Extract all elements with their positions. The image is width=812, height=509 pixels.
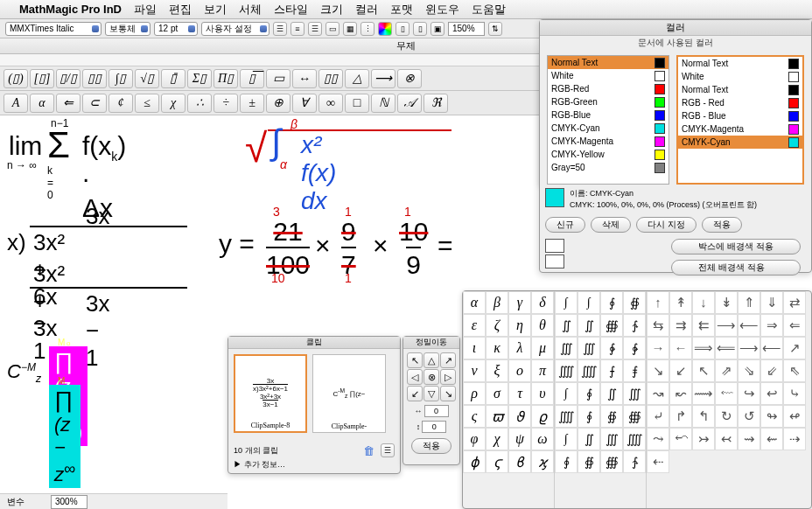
symbol-cell[interactable]: ↡ <box>715 291 738 314</box>
align-center-icon[interactable]: ≡ <box>290 22 304 36</box>
color-row[interactable]: CMYK-Magenta <box>678 122 802 136</box>
symbol-cell[interactable]: ⇆ <box>647 314 669 337</box>
fine-apply-button[interactable]: 적용 <box>411 438 452 454</box>
color-list-left[interactable]: Normal TextWhiteRGB-RedRGB-GreenRGB-Blue… <box>547 55 669 185</box>
menu-font[interactable]: 서체 <box>239 2 262 17</box>
clip-thumb-2[interactable]: C-Mz ∏(z− ClipSample- <box>312 354 386 433</box>
symbol-cell[interactable]: ↺ <box>738 405 760 428</box>
symbol-cell[interactable]: κ <box>486 337 508 359</box>
tpl-btn-13[interactable]: □ <box>345 94 369 113</box>
tpl-btn-8[interactable]: Π▯ <box>214 69 238 88</box>
tpl-btn-10[interactable]: ⊕ <box>266 94 290 113</box>
tpl-btn-3[interactable]: ▯▯ <box>82 69 107 88</box>
tpl-btn-12[interactable]: ∞ <box>318 94 343 113</box>
tpl-btn-14[interactable]: ℕ <box>371 94 396 113</box>
symbol-cell[interactable]: ⟿ <box>692 382 715 405</box>
symbol-cell[interactable]: ∫ <box>555 291 578 314</box>
symbol-cell[interactable]: ∮ <box>578 382 600 405</box>
symbol-cell[interactable]: ο <box>508 359 531 382</box>
symbol-cell[interactable]: ∯ <box>600 405 623 428</box>
size-select[interactable]: 12 pt <box>154 22 198 36</box>
color-row[interactable]: RGB - Blue <box>678 109 802 122</box>
zoom-field[interactable]: 150% <box>448 22 485 36</box>
tpl-btn-6[interactable]: χ <box>161 94 186 113</box>
nudge-x-field[interactable]: 0 <box>424 405 449 417</box>
symbol-cell[interactable]: ν <box>463 359 486 382</box>
color-row[interactable]: Normal Text <box>678 83 802 96</box>
symbol-cell[interactable]: ↪ <box>738 382 760 405</box>
apply-all-bg-button[interactable]: 전체 배경색 적용 <box>671 260 801 275</box>
symbol-cell[interactable]: τ <box>508 382 531 405</box>
symbol-cell[interactable]: ↓ <box>692 291 715 314</box>
color-row[interactable]: CMYK-Magenta <box>548 135 668 148</box>
symbol-cell[interactable]: ⇑ <box>738 291 760 314</box>
symbol-cell[interactable]: ⇒ <box>760 314 783 337</box>
symbol-cell[interactable]: θ <box>531 314 554 337</box>
symbol-cell[interactable]: ⇉ <box>669 314 692 337</box>
symbol-cell[interactable]: ⟵ <box>760 337 783 359</box>
symbol-cell[interactable]: ∫ <box>555 428 578 450</box>
symbol-cell[interactable]: ↱ <box>669 405 692 428</box>
symbol-cell[interactable]: φ <box>463 428 486 450</box>
tpl-btn-15[interactable]: 𝒜 <box>397 94 422 113</box>
symbol-cell[interactable]: ⨍ <box>600 359 623 382</box>
symbol-cell[interactable]: ∭ <box>600 428 623 450</box>
tpl-btn-14[interactable]: ⟶ <box>371 69 396 88</box>
symbol-cell[interactable]: ϱ <box>531 405 554 428</box>
symbol-cell[interactable]: ⨎ <box>623 359 646 382</box>
symbol-cell[interactable]: ∱ <box>623 314 646 337</box>
tpl-btn-1[interactable]: α <box>30 94 54 113</box>
tpl-btn-8[interactable]: ÷ <box>214 94 238 113</box>
tpl-btn-4[interactable]: ¢ <box>108 94 133 113</box>
symbol-cell[interactable]: ∭ <box>623 382 646 405</box>
symbol-cell[interactable]: ⇢ <box>783 428 806 450</box>
color-row[interactable]: White <box>678 70 802 83</box>
symbol-cell[interactable]: ⇗ <box>715 359 738 382</box>
symbol-cell[interactable]: ↣ <box>692 428 715 450</box>
nudge-ne-icon[interactable]: ↗ <box>440 352 456 368</box>
tpl-btn-12[interactable]: ▯▯ <box>318 69 343 88</box>
reassign-button[interactable]: 다시 지정 <box>636 217 696 233</box>
sep3-icon[interactable]: ▣ <box>430 22 444 36</box>
tpl-btn-4[interactable]: ∫▯ <box>108 69 133 88</box>
symbol-cell[interactable]: ∯ <box>623 291 646 314</box>
tpl-btn-2[interactable]: ⇐ <box>56 94 80 113</box>
symbol-cell[interactable]: ⇠ <box>647 450 669 473</box>
tpl-btn-16[interactable]: ℜ <box>424 94 448 113</box>
nudge-sw-icon[interactable]: ↙ <box>407 386 423 401</box>
menu-view[interactable]: 보기 <box>204 2 227 17</box>
symbol-cell[interactable]: ⇐ <box>783 314 806 337</box>
menu-color[interactable]: 컬러 <box>355 2 378 17</box>
symbol-cell[interactable]: ∱ <box>623 450 646 473</box>
color-row[interactable]: CMYK-Cyan <box>548 122 668 135</box>
symbol-cell[interactable]: ϛ <box>486 450 508 473</box>
symbol-cell[interactable]: ⇘ <box>738 359 760 382</box>
fgbg-swatches[interactable] <box>545 239 564 268</box>
align-right-icon[interactable]: ☰ <box>308 22 322 36</box>
symbol-cell[interactable]: ↬ <box>760 405 783 428</box>
color-row[interactable]: White <box>548 69 668 82</box>
delete-button[interactable]: 삭제 <box>591 217 631 233</box>
symbol-cell[interactable]: ⨌ <box>578 359 600 382</box>
tpl-btn-6[interactable]: ▯̄ <box>161 69 186 88</box>
symbol-cell[interactable]: δ <box>531 291 554 314</box>
symbol-cell[interactable]: ϗ <box>531 450 554 473</box>
symbol-cell[interactable]: ⇄ <box>783 291 806 314</box>
symbol-cell[interactable]: ⤳ <box>647 428 669 450</box>
symbol-cell[interactable]: ∬ <box>600 382 623 405</box>
symbol-cell[interactable]: ⤷ <box>783 382 806 405</box>
symbol-cell[interactable]: ⇖ <box>783 359 806 382</box>
symbol-cell[interactable]: ∯ <box>578 450 600 473</box>
symbol-cell[interactable]: ∮ <box>600 291 623 314</box>
tpl-btn-3[interactable]: ⊂ <box>82 94 107 113</box>
symbol-cell[interactable]: ϖ <box>486 405 508 428</box>
symbol-cell[interactable]: π <box>531 359 554 382</box>
symbol-cell[interactable]: ι <box>463 337 486 359</box>
symbol-cell[interactable]: ∫ <box>578 291 600 314</box>
menu-file[interactable]: 파일 <box>134 2 157 17</box>
symbol-cell[interactable]: → <box>647 337 669 359</box>
symbol-cell[interactable]: ∭ <box>555 337 578 359</box>
tpl-btn-10[interactable]: ▭ <box>266 69 290 88</box>
menu-help[interactable]: 도움말 <box>472 2 506 17</box>
symbol-cell[interactable]: ⇙ <box>760 359 783 382</box>
